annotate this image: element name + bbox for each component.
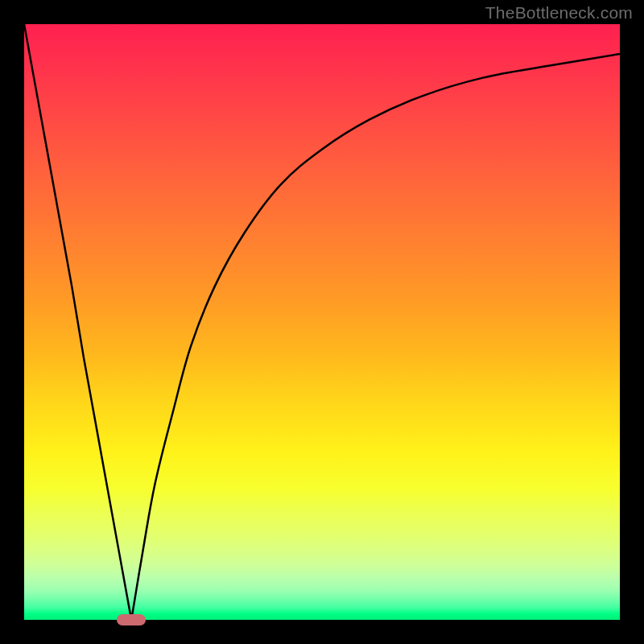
- curve-left-branch: [24, 24, 131, 620]
- chart-frame: TheBottleneck.com: [0, 0, 644, 644]
- curve-layer: [24, 24, 620, 620]
- bottleneck-marker: [117, 614, 146, 625]
- plot-area: [24, 24, 620, 620]
- watermark-text: TheBottleneck.com: [485, 3, 633, 23]
- curve-right-branch: [131, 54, 620, 620]
